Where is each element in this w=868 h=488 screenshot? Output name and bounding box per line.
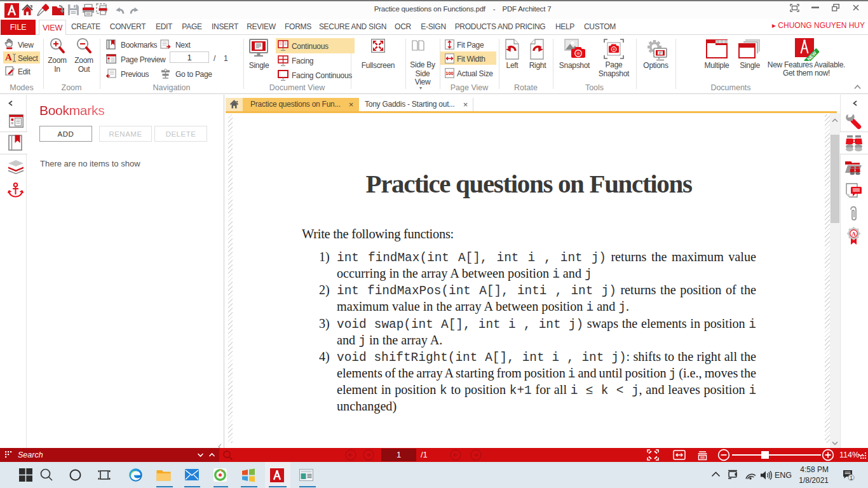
svg-text:100: 100 xyxy=(445,71,454,76)
svg-text:A: A xyxy=(851,231,856,237)
svg-text:1: 1 xyxy=(850,475,853,481)
